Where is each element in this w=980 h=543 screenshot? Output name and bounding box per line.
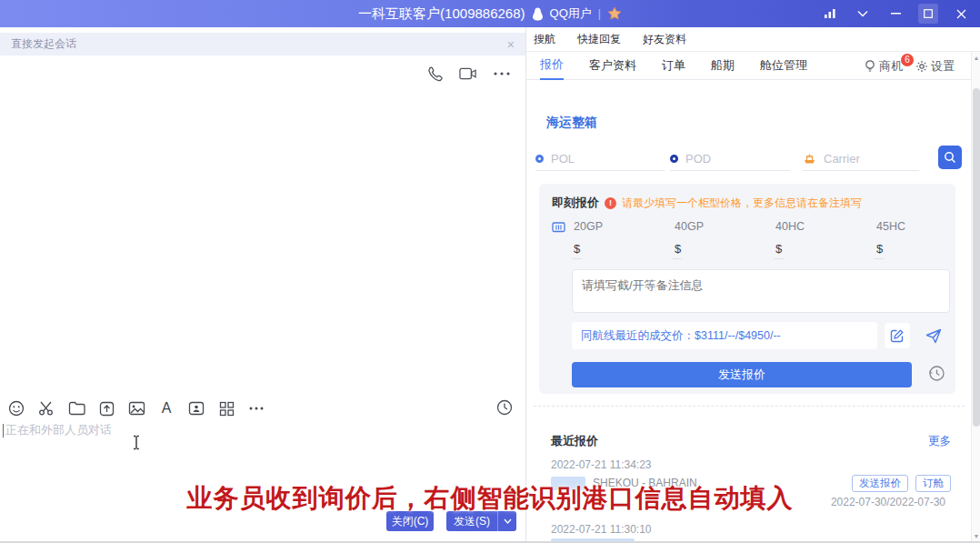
carrier-input[interactable]: Carrier [803, 147, 919, 171]
image-icon[interactable] [127, 399, 145, 417]
send-file-icon[interactable] [97, 399, 115, 417]
message-toolbar: A [7, 399, 265, 417]
gear-icon [915, 60, 928, 73]
pol-input[interactable]: POL [535, 147, 665, 171]
pod-placeholder: POD [685, 152, 711, 166]
price-input-45hc[interactable]: $ [875, 239, 885, 259]
window-controls [820, 0, 971, 27]
minimize-button[interactable] [885, 4, 905, 24]
quote-route-badge [551, 477, 585, 490]
tab-search-shipping[interactable]: 搜航 [534, 32, 555, 47]
quote-row: SHEKOU - BAHRAIN 发送报价 订舱 [551, 475, 951, 493]
maximize-button[interactable] [918, 4, 938, 24]
instant-quote-card: 即刻报价 ! 请最少填写一个柜型价格，更多信息请在备注填写 20GP 40GP … [539, 184, 955, 394]
pod-input[interactable]: POD [670, 147, 790, 171]
edit-quote-icon[interactable] [885, 323, 910, 348]
container-icon [552, 221, 565, 233]
vip-star-icon [607, 6, 622, 21]
session-tab-label: 直接发起会话 [11, 36, 76, 52]
row-booking-button[interactable]: 订舱 [915, 475, 951, 492]
quote-route-text: SHEKOU - BAHRAIN [593, 477, 697, 489]
type-label-45hc: 45HC [876, 220, 977, 233]
quote-validity: 2022-07-30/2022-07-30 [831, 496, 945, 508]
tab-quick-reply[interactable]: 快捷回复 [577, 32, 621, 47]
message-input[interactable]: 正在和外部人员对话 [3, 422, 112, 438]
section-divider [534, 406, 965, 407]
window-title-group: 一科互联客户(1009886268) QQ用户 | [358, 5, 622, 23]
instant-quote-title: 即刻报价 [552, 195, 599, 211]
price-input-40gp[interactable]: $ [673, 239, 683, 259]
voice-call-icon[interactable] [425, 65, 444, 83]
message-input-placeholder: 正在和外部人员对话 [5, 422, 112, 438]
container-types-row: 20GP 40GP 40HC 45HC [552, 220, 977, 233]
deal-price-value: $3111/--/$4950/-- [695, 329, 781, 342]
signal-bars-icon[interactable] [820, 4, 840, 24]
panel-nav: 报价 客户资料 订单 船期 舱位管理 商机 6 设置 [526, 52, 980, 80]
quote-row-time: 2022-07-21 11:30:10 [551, 523, 652, 536]
settings-item[interactable]: 设置 [915, 58, 955, 75]
quote-route-badge-partial [551, 538, 635, 542]
send-quote-button[interactable]: 发送报价 [572, 362, 912, 387]
remark-textarea[interactable] [572, 269, 950, 313]
nav-tab-quote[interactable]: 报价 [540, 52, 564, 80]
more-link[interactable]: 更多 [928, 434, 951, 449]
nav-tab-schedule[interactable]: 船期 [711, 52, 735, 80]
send-deal-price-icon[interactable] [921, 323, 946, 348]
send-message-button[interactable]: 发送(S) [446, 511, 497, 531]
carrier-ship-icon [803, 153, 816, 165]
price-inputs-row: $ $ $ $ [572, 240, 975, 256]
settings-label: 设置 [931, 58, 955, 75]
screenshot-scissors-icon[interactable] [37, 399, 55, 417]
recent-deal-price-bar: 同航线最近的成交价： $3111/--/$4950/-- [572, 322, 877, 349]
price-input-20gp[interactable]: $ [572, 239, 582, 259]
more-actions-icon[interactable] [493, 65, 511, 83]
more-tools-icon[interactable] [247, 399, 265, 417]
opportunity-item[interactable]: 商机 6 [864, 58, 903, 75]
session-tab[interactable]: 直接发起会话 × [0, 33, 525, 55]
session-close-icon[interactable]: × [507, 37, 515, 52]
search-button[interactable] [938, 146, 962, 169]
ibeam-cursor [132, 435, 141, 450]
nav-tab-orders[interactable]: 订单 [662, 52, 685, 80]
nav-tab-customer-info[interactable]: 客户资料 [589, 52, 636, 80]
carrier-placeholder: Carrier [824, 152, 860, 166]
font-style-icon[interactable]: A [157, 399, 175, 417]
side-panel: 搜航 快捷回复 好友资料 报价 客户资料 订单 船期 舱位管理 商机 6 设置 [526, 27, 980, 541]
tab-friend-info[interactable]: 好友资料 [643, 32, 686, 47]
row-send-quote-button[interactable]: 发送报价 [852, 475, 908, 492]
quote-history-icon[interactable] [928, 365, 945, 382]
opportunity-label: 商机 [879, 58, 903, 75]
dialog-footer: 关闭(C) 发送(S) [386, 511, 516, 531]
qq-user-label: QQ用户 [550, 5, 592, 22]
file-folder-icon[interactable] [67, 399, 85, 417]
section-title-fcl: 海运整箱 [546, 115, 597, 131]
panel-scrollbar[interactable]: ▲ ▼ [971, 52, 980, 541]
scrollbar-thumb[interactable] [973, 88, 980, 427]
price-input-40hc[interactable]: $ [774, 239, 784, 259]
title-bar: 一科互联客户(1009886268) QQ用户 | [0, 0, 980, 27]
panel-top-tabs: 搜航 快捷回复 好友资料 [526, 27, 980, 52]
close-button[interactable] [951, 4, 971, 24]
type-label-40gp: 40GP [675, 220, 775, 233]
text-caret [3, 424, 4, 437]
scroll-down-icon[interactable]: ▼ [972, 530, 980, 541]
send-options-dropdown[interactable] [497, 511, 516, 531]
apps-grid-icon[interactable] [217, 399, 235, 417]
video-call-icon[interactable] [459, 65, 477, 83]
contact-card-icon[interactable] [187, 399, 205, 417]
emoji-icon[interactable] [7, 399, 25, 417]
type-label-20gp: 20GP [574, 220, 675, 233]
nav-right-group: 商机 6 设置 [864, 52, 955, 80]
window-title: 一科互联客户(1009886268) [358, 5, 525, 23]
port-search-row: POL POD Carrier [526, 147, 980, 175]
quote-row-time: 2022-07-21 11:34:23 [551, 458, 652, 471]
quote-warning-text: 请最少填写一个柜型价格，更多信息请在备注填写 [622, 196, 862, 211]
scroll-up-icon[interactable]: ▲ [972, 52, 980, 63]
close-dialog-button[interactable]: 关闭(C) [386, 511, 434, 531]
message-history-icon[interactable] [496, 399, 513, 416]
pol-placeholder: POL [551, 152, 575, 166]
warning-icon: ! [605, 197, 616, 209]
nav-tab-space-management[interactable]: 舱位管理 [760, 52, 807, 80]
chevron-down-icon[interactable] [853, 4, 873, 24]
deal-price-label: 同航线最近的成交价： [581, 328, 695, 344]
